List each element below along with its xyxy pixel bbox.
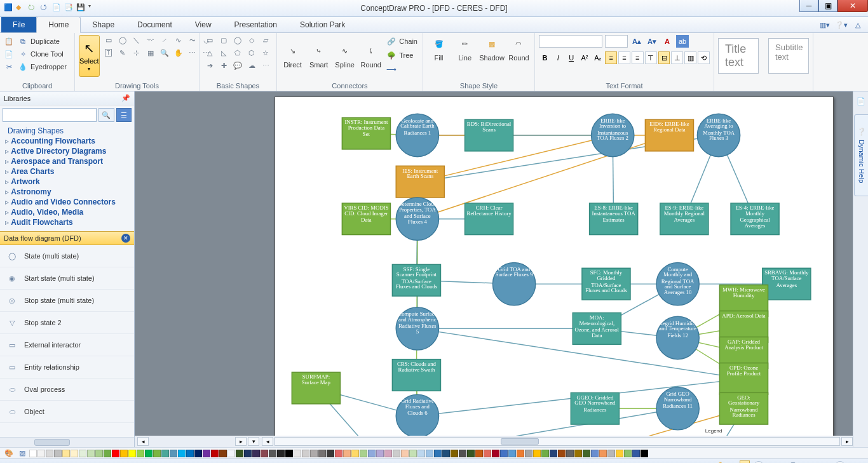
shape-hexagon-icon[interactable]: ⬡ xyxy=(245,48,258,58)
qa-icon[interactable]: ◆ xyxy=(16,3,26,13)
library-item[interactable]: Audio, Video, Media xyxy=(4,207,130,217)
zoom-out-button[interactable]: − xyxy=(754,461,764,464)
color-swatch[interactable] xyxy=(426,450,433,457)
color-swatch[interactable] xyxy=(641,450,648,457)
color-swatch[interactable] xyxy=(566,450,574,457)
color-swatch[interactable] xyxy=(302,450,309,457)
tab-presentation[interactable]: Presentation xyxy=(223,17,288,32)
shape-callout-icon[interactable]: 💬 xyxy=(231,60,244,70)
color-swatch[interactable] xyxy=(29,450,37,457)
color-swatch[interactable] xyxy=(128,450,136,457)
color-swatch[interactable] xyxy=(607,450,615,457)
color-swatch[interactable] xyxy=(186,450,194,457)
stencil-item[interactable]: ▽Stop state 2 xyxy=(0,312,134,334)
library-category-list[interactable]: Drawing Shapes Accounting Flowcharts Act… xyxy=(0,124,134,231)
shape-parallelogram-icon[interactable]: ▱ xyxy=(259,35,272,45)
color-swatch[interactable] xyxy=(558,450,566,457)
library-item[interactable]: Area Charts xyxy=(4,166,130,177)
color-swatch[interactable] xyxy=(484,450,491,457)
tab-shape[interactable]: Shape xyxy=(81,17,126,32)
color-swatch[interactable] xyxy=(318,450,326,457)
color-swatch[interactable] xyxy=(211,450,219,457)
color-swatch[interactable] xyxy=(475,450,483,457)
close-button[interactable]: ✕ xyxy=(837,0,868,12)
tab-solution-park[interactable]: Solution Park xyxy=(288,17,356,32)
file-tab[interactable]: File xyxy=(1,17,36,32)
bold-button[interactable]: B xyxy=(539,51,551,64)
shape-more-icon[interactable]: ⋯ xyxy=(259,60,272,70)
color-swatch[interactable] xyxy=(252,450,260,457)
tool-poly-icon[interactable]: ⟋ xyxy=(158,35,171,45)
library-item[interactable]: Accounting Flowcharts xyxy=(4,136,130,146)
library-item[interactable]: Astronomy xyxy=(4,187,130,197)
shape-cross-icon[interactable]: ✚ xyxy=(217,60,230,70)
close-stencil-icon[interactable]: ✕ xyxy=(121,234,130,243)
dynamic-help-tab[interactable]: ❔ Dynamic Help xyxy=(854,114,868,196)
color-none-icon[interactable]: ▨ xyxy=(16,449,29,457)
color-swatch[interactable] xyxy=(508,450,516,457)
font-size-select[interactable] xyxy=(605,35,628,48)
shape-pentagon-icon[interactable]: ⬠ xyxy=(231,48,244,58)
tool-curve-icon[interactable]: 〰 xyxy=(144,35,157,45)
color-swatch[interactable] xyxy=(343,450,351,457)
color-swatch[interactable] xyxy=(434,450,442,457)
qa-icon[interactable]: ⭮ xyxy=(28,3,38,13)
tab-document[interactable]: Document xyxy=(126,17,184,32)
shape-roundrect-icon[interactable]: ▢ xyxy=(217,35,230,45)
highlight-button[interactable]: ab xyxy=(676,35,689,48)
shape-rect-icon[interactable]: ▭ xyxy=(203,35,216,45)
library-item[interactable]: Active Directory Diagrams xyxy=(4,146,130,156)
tool-more-icon[interactable]: ⋯ xyxy=(186,48,199,58)
qa-icon[interactable]: ⭯ xyxy=(40,3,50,13)
color-swatch[interactable] xyxy=(203,450,210,457)
color-swatch[interactable] xyxy=(112,450,119,457)
color-swatch[interactable] xyxy=(310,450,318,457)
color-swatch[interactable] xyxy=(244,450,252,457)
color-swatch[interactable] xyxy=(393,450,400,457)
color-swatch[interactable] xyxy=(368,450,376,457)
left-panel-scrollbar[interactable] xyxy=(0,437,134,447)
stencil-list[interactable]: ◯State (multi state) ◉Start state (multi… xyxy=(0,245,134,437)
stencil-item[interactable]: ▭Entity relationship xyxy=(0,356,134,379)
color-swatch[interactable] xyxy=(517,450,524,457)
color-swatch[interactable] xyxy=(145,450,153,457)
color-swatch[interactable] xyxy=(269,450,276,457)
help-icon[interactable]: ❔▾ xyxy=(836,20,846,30)
stencil-item[interactable]: ⬭Oval process xyxy=(0,379,134,401)
rail-icon[interactable]: 📄 xyxy=(855,95,867,107)
color-swatch[interactable] xyxy=(227,450,235,457)
color-swatch[interactable] xyxy=(104,450,111,457)
tool-group-icon[interactable]: ▦ xyxy=(144,48,157,58)
color-swatch[interactable] xyxy=(533,450,541,457)
color-swatch[interactable] xyxy=(442,450,450,457)
stencil-item[interactable]: ⬭Object xyxy=(0,401,134,423)
sheet-menu-button[interactable]: ▾ xyxy=(248,437,259,446)
color-swatch[interactable] xyxy=(277,450,285,457)
color-swatch[interactable] xyxy=(335,450,342,457)
shape-arrow-icon[interactable]: ➔ xyxy=(203,60,216,70)
align-center-button[interactable]: ≡ xyxy=(618,51,630,64)
color-swatch[interactable] xyxy=(137,450,144,457)
fit-page-icon[interactable]: ▦ xyxy=(740,460,750,463)
color-swatch[interactable] xyxy=(384,450,392,457)
library-view-toggle[interactable]: ☰ xyxy=(116,108,132,122)
window-list-icon[interactable]: ▥▾ xyxy=(820,20,830,30)
library-item[interactable]: Audio and Video Connectors xyxy=(4,197,130,207)
tool-bezier-icon[interactable]: ∿ xyxy=(172,35,185,45)
tool-line-icon[interactable]: ＼ xyxy=(130,35,143,45)
library-search-input[interactable] xyxy=(3,108,97,122)
color-swatch[interactable] xyxy=(46,450,53,457)
color-swatch[interactable] xyxy=(616,450,623,457)
tool-rect-icon[interactable]: ▭ xyxy=(102,35,115,45)
color-swatch[interactable] xyxy=(194,450,202,457)
connector-smart-button[interactable]: ⤷Smart xyxy=(307,42,330,69)
sheet-next-button[interactable]: ▸ xyxy=(235,437,247,446)
clone-button[interactable]: ✧Clone Tool xyxy=(17,48,65,60)
tab-view[interactable]: View xyxy=(184,17,223,32)
connector-ends-button[interactable]: ⟶ xyxy=(385,63,419,76)
color-swatch[interactable] xyxy=(37,450,45,457)
color-swatch[interactable] xyxy=(417,450,425,457)
connector-direct-button[interactable]: ↘Direct xyxy=(281,42,304,69)
zoom-in-button[interactable]: + xyxy=(835,461,845,464)
color-swatch[interactable] xyxy=(54,450,62,457)
